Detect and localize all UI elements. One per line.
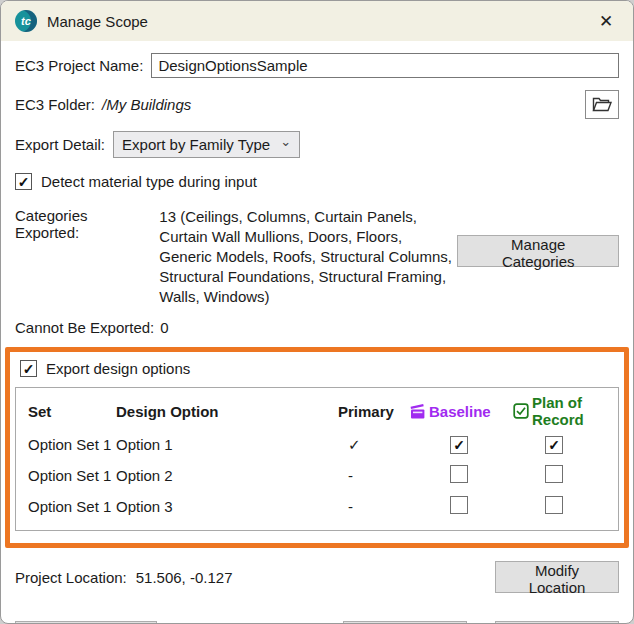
folder-row: EC3 Folder: /My Buildings xyxy=(15,89,619,119)
ec3-app-icon: tc xyxy=(15,10,37,32)
export-detail-row: Export Detail: Export by Family Type ⌄ xyxy=(15,131,619,158)
table-row: Option Set 1 Option 2 - xyxy=(16,460,618,491)
header-baseline: Baseline xyxy=(410,403,513,420)
cell-primary: - xyxy=(338,498,410,515)
table-row: Option Set 1 Option 1 ✓ xyxy=(16,429,618,460)
categories-value: 13 (Ceilings, Columns, Curtain Panels, C… xyxy=(159,207,457,307)
design-options-table: Set Design Option Primary Baseline xyxy=(15,387,619,531)
export-detail-label: Export Detail: xyxy=(15,136,105,153)
manage-scope-dialog: tc Manage Scope ✕ EC3 Project Name: EC3 … xyxy=(0,0,634,624)
header-design-option: Design Option xyxy=(116,403,338,420)
categories-label: Categories Exported: xyxy=(15,207,152,241)
folder-value: /My Buildings xyxy=(102,96,191,113)
header-plan-of-record-label: Plan of Record xyxy=(532,394,618,428)
cannot-export-label: Cannot Be Exported: xyxy=(15,319,154,336)
cell-set: Option Set 1 xyxy=(28,498,116,515)
export-design-options-checkbox[interactable] xyxy=(20,360,37,377)
clapperboard-icon xyxy=(410,404,426,419)
header-plan-of-record: Plan of Record xyxy=(513,394,618,428)
project-location-row: Project Location: 51.506, -0.127 Modify … xyxy=(15,561,619,593)
project-name-input[interactable] xyxy=(151,53,619,78)
project-location-label: Project Location: xyxy=(15,569,127,586)
baseline-checkbox[interactable] xyxy=(450,496,468,514)
folder-icon xyxy=(592,96,612,112)
close-icon[interactable]: ✕ xyxy=(589,6,623,36)
cell-primary: - xyxy=(338,467,410,484)
cell-set: Option Set 1 xyxy=(28,467,116,484)
project-name-label: EC3 Project Name: xyxy=(15,57,143,74)
detect-material-checkbox[interactable] xyxy=(15,173,32,190)
chevron-down-icon: ⌄ xyxy=(280,137,291,147)
checked-box-icon xyxy=(513,403,529,419)
export-detail-dropdown[interactable]: Export by Family Type ⌄ xyxy=(113,131,300,158)
cell-design-option: Option 2 xyxy=(116,467,338,484)
export-design-options-row: Export design options xyxy=(15,357,619,377)
manage-categories-button[interactable]: Manage Categories xyxy=(457,235,619,267)
title-bar: tc Manage Scope ✕ xyxy=(1,1,633,41)
detect-material-label: Detect material type during input xyxy=(41,173,257,190)
design-options-highlight-box: Export design options Set Design Option … xyxy=(5,347,629,548)
cell-primary: ✓ xyxy=(338,436,410,454)
header-primary: Primary xyxy=(338,403,410,420)
project-location-value: 51.506, -0.127 xyxy=(136,569,233,586)
design-options-rows: Option Set 1 Option 1 ✓ Option Set 1 Opt… xyxy=(16,429,618,522)
export-design-options-label: Export design options xyxy=(46,360,190,377)
baseline-checkbox[interactable] xyxy=(450,436,468,454)
cell-design-option: Option 3 xyxy=(116,498,338,515)
window-title: Manage Scope xyxy=(47,13,148,30)
browse-folder-button[interactable] xyxy=(585,90,619,119)
cell-set: Option Set 1 xyxy=(28,436,116,453)
folder-label: EC3 Folder: xyxy=(15,96,95,113)
cannot-export-row: Cannot Be Exported: 0 xyxy=(15,319,619,336)
cell-design-option: Option 1 xyxy=(116,436,338,453)
header-set: Set xyxy=(28,403,116,420)
detect-material-row: Detect material type during input xyxy=(15,173,619,190)
export-detail-value: Export by Family Type xyxy=(122,136,270,153)
table-row: Option Set 1 Option 3 - xyxy=(16,491,618,522)
design-options-table-header: Set Design Option Primary Baseline xyxy=(16,393,618,429)
plan-of-record-checkbox[interactable] xyxy=(545,436,563,454)
baseline-checkbox[interactable] xyxy=(450,465,468,483)
project-name-row: EC3 Project Name: xyxy=(15,53,619,78)
header-baseline-label: Baseline xyxy=(429,403,491,420)
plan-of-record-checkbox[interactable] xyxy=(545,465,563,483)
modify-location-button[interactable]: Modify Location xyxy=(495,561,619,593)
cannot-export-value: 0 xyxy=(160,319,168,336)
plan-of-record-checkbox[interactable] xyxy=(545,496,563,514)
categories-row: Categories Exported: 13 (Ceilings, Colum… xyxy=(15,207,619,307)
dialog-body: EC3 Project Name: EC3 Folder: /My Buildi… xyxy=(1,41,633,624)
